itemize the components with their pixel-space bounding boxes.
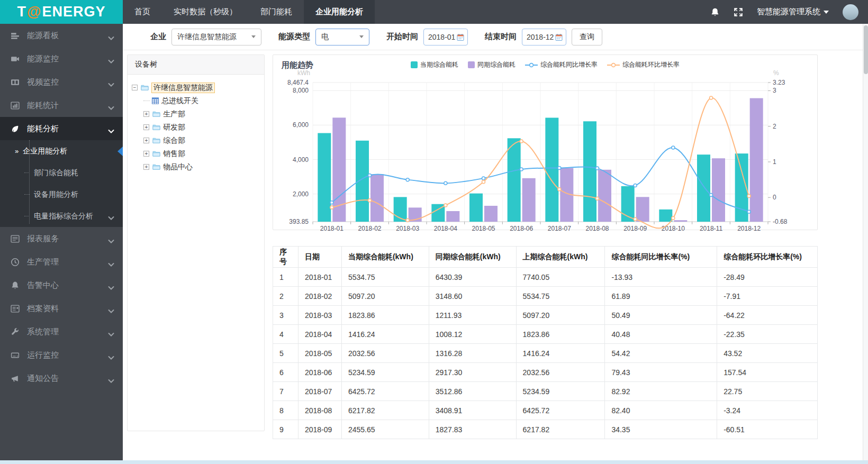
tree-node[interactable]: +研发部 bbox=[143, 121, 260, 134]
line-point-2018-03 bbox=[406, 178, 409, 181]
expand-expander[interactable]: + bbox=[143, 124, 149, 130]
chevron-down-icon bbox=[108, 286, 114, 290]
table-cell: 54.42 bbox=[605, 344, 717, 363]
table-cell: 2018-02 bbox=[298, 287, 341, 306]
table-cell: 50.49 bbox=[605, 306, 717, 325]
line-point-2018-11 bbox=[710, 96, 713, 99]
column-header: 日期 bbox=[298, 247, 341, 268]
folder-icon bbox=[152, 137, 161, 144]
tab-home[interactable]: 首页 bbox=[123, 0, 162, 24]
line-point-2018-12 bbox=[747, 195, 751, 198]
sidebar-item-label: 生产管理 bbox=[27, 257, 59, 267]
bar-peer-2018-06 bbox=[522, 178, 536, 222]
filter-bar: 企业 许继信息智慧能源 能源类型 电 开始时间 2018-01 结束时间 201… bbox=[123, 24, 863, 50]
expand-expander[interactable]: + bbox=[143, 164, 149, 170]
sidebar-item-alarm-center[interactable]: 告警中心 bbox=[0, 274, 123, 297]
tree-stub bbox=[24, 172, 30, 173]
table-cell: -22.35 bbox=[717, 325, 818, 344]
sidebar-item-label: 能耗分析 bbox=[27, 124, 59, 134]
bar-peer-2018-05 bbox=[484, 206, 498, 222]
company-select[interactable]: 许继信息智慧能源 bbox=[171, 29, 261, 46]
sidebar-item-department-composite-energy[interactable]: 部门综合能耗 bbox=[0, 162, 123, 184]
vertical-scrollbar-thumb[interactable] bbox=[864, 25, 868, 74]
system-name-dropdown[interactable]: 智慧能源管理系统 bbox=[757, 7, 829, 17]
tree-node[interactable]: +销售部 bbox=[143, 147, 260, 160]
system-name-label: 智慧能源管理系统 bbox=[757, 7, 820, 17]
tree-node[interactable]: +物品中心 bbox=[143, 160, 260, 174]
sidebar-submenu-energy-analysis: »企业用能分析部门综合能耗设备用能分析电量指标综合分析 bbox=[0, 140, 123, 227]
table-cell: 79.43 bbox=[605, 363, 717, 382]
sidebar-item-label: 运行监控 bbox=[27, 350, 59, 360]
tree-node[interactable]: 总进线开关 bbox=[143, 94, 260, 107]
line-point-2018-04 bbox=[444, 204, 447, 207]
sidebar-item-system-mgmt[interactable]: 系统管理 bbox=[0, 320, 123, 343]
sidebar-item-label: 能耗统计 bbox=[27, 101, 59, 111]
bar-peer-2018-09 bbox=[636, 197, 649, 222]
table-cell: 1211.93 bbox=[429, 306, 516, 325]
sidebar-item-energy-analysis[interactable]: 能耗分析 bbox=[0, 117, 123, 140]
notification-bell-icon[interactable] bbox=[710, 7, 720, 17]
logo-text-t: T bbox=[17, 4, 27, 20]
start-date-input[interactable]: 2018-01 bbox=[423, 29, 468, 46]
active-indicator-triangle bbox=[117, 147, 123, 156]
expand-expander[interactable]: + bbox=[143, 151, 149, 157]
right-axis-tick-label: -0.68 bbox=[773, 218, 788, 225]
chevron-down-icon bbox=[108, 36, 114, 41]
tree-node-label: 生产部 bbox=[163, 110, 185, 119]
start-time-label: 开始时间 bbox=[386, 32, 418, 42]
table-cell: 61.89 bbox=[605, 287, 717, 306]
chevron-down-icon bbox=[108, 332, 114, 337]
user-avatar[interactable] bbox=[843, 4, 858, 20]
caret-down-icon bbox=[824, 11, 829, 14]
sidebar-item-notice[interactable]: 通知公告 bbox=[0, 367, 123, 390]
device-tree-header: 设备树 bbox=[128, 55, 264, 75]
tree-node[interactable]: +综合部 bbox=[143, 134, 260, 147]
expand-expander[interactable]: + bbox=[143, 111, 149, 117]
sidebar-item-energy-dashboard[interactable]: 能源看板 bbox=[0, 24, 123, 47]
tree-node-root[interactable]: −许继信息智慧能源 bbox=[132, 81, 260, 94]
end-date-input[interactable]: 2018-12 bbox=[522, 29, 566, 46]
tree-node[interactable]: +生产部 bbox=[143, 107, 260, 121]
table-cell: -60.51 bbox=[717, 420, 818, 439]
bell-icon bbox=[11, 281, 20, 290]
expand-expander[interactable]: + bbox=[143, 138, 149, 143]
end-date-value: 2018-12 bbox=[527, 33, 554, 41]
collapse-expander[interactable]: − bbox=[132, 85, 138, 90]
sidebar-item-device-energy-analysis[interactable]: 设备用能分析 bbox=[0, 184, 123, 205]
sidebar-item-production-mgmt[interactable]: 生产管理 bbox=[0, 250, 123, 274]
tab-department-energy[interactable]: 部门能耗 bbox=[249, 0, 304, 24]
energy-type-select[interactable]: 电 bbox=[315, 29, 369, 46]
sidebar-item-operation-monitor[interactable]: 运行监控 bbox=[0, 343, 123, 367]
table-cell: 2018-09 bbox=[298, 420, 341, 439]
sidebar-item-energy-statistics[interactable]: 能耗统计 bbox=[0, 94, 123, 117]
sidebar-item-report-service[interactable]: 报表服务 bbox=[0, 227, 123, 250]
tab-realtime-data[interactable]: 实时数据（秒级） bbox=[162, 0, 249, 24]
sidebar-item-power-index-analysis[interactable]: 电量指标综合分析 bbox=[0, 205, 123, 227]
horizontal-scrollbar[interactable] bbox=[0, 460, 868, 464]
column-header: 综合能耗同比增长率(%) bbox=[605, 247, 717, 268]
film-icon bbox=[11, 78, 20, 87]
fullscreen-icon[interactable] bbox=[734, 7, 743, 17]
sidebar-item-label: 档案资料 bbox=[27, 304, 59, 314]
table-cell: 1008.12 bbox=[429, 325, 516, 344]
bar-current-2018-08 bbox=[583, 121, 596, 222]
sidebar-item-video-monitor[interactable]: 视频监控 bbox=[0, 70, 123, 94]
x-axis-label: 2018-09 bbox=[623, 225, 647, 231]
line-point-2018-05 bbox=[482, 180, 485, 184]
x-axis-label: 2018-06 bbox=[510, 225, 533, 231]
tab-enterprise-energy-analysis[interactable]: 企业用能分析 bbox=[304, 0, 375, 24]
tree-node-label: 销售部 bbox=[163, 149, 185, 159]
query-button[interactable]: 查询 bbox=[572, 29, 602, 46]
sidebar-item-energy-monitor[interactable]: 能源监控 bbox=[0, 47, 123, 70]
sidebar-item-archives[interactable]: 档案资料 bbox=[0, 297, 123, 320]
table-cell: 5097.20 bbox=[516, 306, 605, 325]
vertical-scrollbar[interactable] bbox=[863, 24, 868, 460]
line-point-2018-01 bbox=[330, 201, 333, 204]
table-cell: 7 bbox=[273, 382, 299, 401]
sidebar-item-enterprise-energy-analysis[interactable]: »企业用能分析 bbox=[0, 140, 123, 162]
leaf-icon bbox=[11, 124, 20, 133]
folder-icon bbox=[152, 110, 161, 118]
calendar-icon bbox=[457, 33, 464, 41]
table-row: 52018-052032.561316.281416.2454.4243.52 bbox=[273, 344, 818, 363]
column-header: 综合能耗环比增长率(%) bbox=[717, 247, 818, 268]
